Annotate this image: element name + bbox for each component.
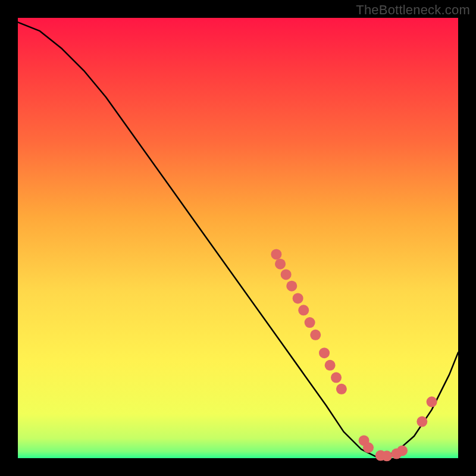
- data-marker: [305, 317, 315, 328]
- plot-background: [18, 18, 458, 458]
- data-marker: [325, 360, 336, 371]
- data-marker: [310, 330, 321, 340]
- data-marker: [427, 396, 437, 407]
- data-marker: [336, 384, 347, 394]
- data-marker: [275, 259, 286, 270]
- data-marker: [286, 281, 297, 292]
- data-marker: [319, 347, 330, 358]
- bottleneck-chart: [0, 0, 476, 476]
- data-marker: [416, 416, 427, 427]
- data-marker: [293, 293, 303, 303]
- watermark-text: TheBottleneck.com: [356, 2, 470, 18]
- data-marker: [381, 450, 392, 461]
- data-marker: [298, 305, 309, 315]
- data-marker: [281, 269, 292, 280]
- chart-frame: { "watermark": "TheBottleneck.com", "cha…: [0, 0, 476, 476]
- data-marker: [363, 442, 374, 453]
- data-marker: [271, 249, 281, 259]
- data-marker: [331, 372, 342, 383]
- data-marker: [397, 445, 408, 456]
